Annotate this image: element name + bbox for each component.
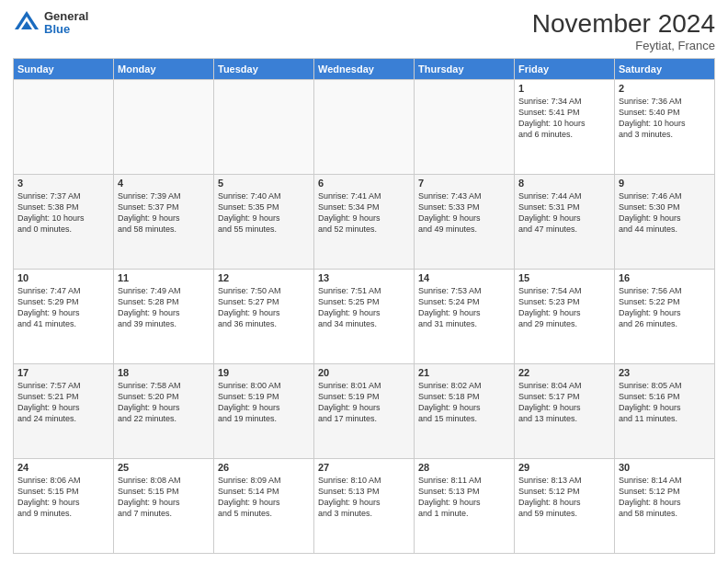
day-cell: 22Sunrise: 8:04 AM Sunset: 5:17 PM Dayli… xyxy=(515,364,615,459)
day-info: Sunrise: 8:10 AM Sunset: 5:13 PM Dayligh… xyxy=(318,475,410,520)
day-info: Sunrise: 8:13 AM Sunset: 5:12 PM Dayligh… xyxy=(518,475,610,520)
day-cell: 10Sunrise: 7:47 AM Sunset: 5:29 PM Dayli… xyxy=(14,270,114,364)
week-row-2: 10Sunrise: 7:47 AM Sunset: 5:29 PM Dayli… xyxy=(14,270,715,364)
day-number: 11 xyxy=(118,272,210,283)
day-number: 13 xyxy=(318,272,410,283)
day-info: Sunrise: 8:04 AM Sunset: 5:17 PM Dayligh… xyxy=(518,380,610,425)
day-number: 25 xyxy=(118,462,210,473)
location: Feytiat, France xyxy=(532,39,715,52)
day-number: 24 xyxy=(17,462,109,473)
logo-icon xyxy=(13,9,40,37)
col-header-monday: Monday xyxy=(114,59,214,80)
day-cell: 26Sunrise: 8:09 AM Sunset: 5:14 PM Dayli… xyxy=(214,459,314,554)
day-number: 3 xyxy=(17,178,109,189)
day-cell: 21Sunrise: 8:02 AM Sunset: 5:18 PM Dayli… xyxy=(415,364,515,459)
day-cell: 28Sunrise: 8:11 AM Sunset: 5:13 PM Dayli… xyxy=(415,459,515,554)
header-row: SundayMondayTuesdayWednesdayThursdayFrid… xyxy=(14,59,715,80)
day-cell xyxy=(214,80,314,175)
day-cell: 2Sunrise: 7:36 AM Sunset: 5:40 PM Daylig… xyxy=(615,80,715,175)
col-header-thursday: Thursday xyxy=(415,59,515,80)
col-header-sunday: Sunday xyxy=(14,59,114,80)
day-info: Sunrise: 8:00 AM Sunset: 5:19 PM Dayligh… xyxy=(218,380,310,425)
day-number: 20 xyxy=(318,367,410,378)
day-cell: 18Sunrise: 7:58 AM Sunset: 5:20 PM Dayli… xyxy=(114,364,214,459)
col-header-tuesday: Tuesday xyxy=(214,59,314,80)
day-number: 2 xyxy=(619,83,711,94)
day-info: Sunrise: 8:06 AM Sunset: 5:15 PM Dayligh… xyxy=(17,475,109,520)
day-number: 15 xyxy=(518,272,610,283)
day-info: Sunrise: 7:47 AM Sunset: 5:29 PM Dayligh… xyxy=(17,285,109,330)
day-cell: 29Sunrise: 8:13 AM Sunset: 5:12 PM Dayli… xyxy=(515,459,615,554)
day-cell: 15Sunrise: 7:54 AM Sunset: 5:23 PM Dayli… xyxy=(515,270,615,364)
day-info: Sunrise: 7:39 AM Sunset: 5:37 PM Dayligh… xyxy=(118,190,210,236)
day-number: 4 xyxy=(118,178,210,189)
day-number: 1 xyxy=(518,83,610,94)
day-info: Sunrise: 8:11 AM Sunset: 5:13 PM Dayligh… xyxy=(418,475,510,520)
week-row-0: 1Sunrise: 7:34 AM Sunset: 5:41 PM Daylig… xyxy=(14,80,715,175)
day-cell: 4Sunrise: 7:39 AM Sunset: 5:37 PM Daylig… xyxy=(114,175,214,270)
day-cell: 3Sunrise: 7:37 AM Sunset: 5:38 PM Daylig… xyxy=(14,175,114,270)
day-cell xyxy=(415,80,515,175)
day-cell: 24Sunrise: 8:06 AM Sunset: 5:15 PM Dayli… xyxy=(14,459,114,554)
day-cell: 20Sunrise: 8:01 AM Sunset: 5:19 PM Dayli… xyxy=(314,364,415,459)
logo-text: General Blue xyxy=(44,10,88,37)
day-info: Sunrise: 7:40 AM Sunset: 5:35 PM Dayligh… xyxy=(218,190,310,236)
day-info: Sunrise: 7:56 AM Sunset: 5:22 PM Dayligh… xyxy=(619,285,711,330)
day-info: Sunrise: 7:34 AM Sunset: 5:41 PM Dayligh… xyxy=(518,96,610,141)
logo: General Blue xyxy=(13,9,88,37)
calendar-table: SundayMondayTuesdayWednesdayThursdayFrid… xyxy=(13,58,715,554)
day-info: Sunrise: 7:44 AM Sunset: 5:31 PM Dayligh… xyxy=(518,190,610,236)
day-cell: 8Sunrise: 7:44 AM Sunset: 5:31 PM Daylig… xyxy=(515,175,615,270)
day-cell xyxy=(14,80,114,175)
day-cell: 5Sunrise: 7:40 AM Sunset: 5:35 PM Daylig… xyxy=(214,175,314,270)
day-info: Sunrise: 7:50 AM Sunset: 5:27 PM Dayligh… xyxy=(218,285,310,330)
day-cell: 7Sunrise: 7:43 AM Sunset: 5:33 PM Daylig… xyxy=(415,175,515,270)
page: General Blue November 2024 Feytiat, Fran… xyxy=(0,0,728,563)
day-cell: 17Sunrise: 7:57 AM Sunset: 5:21 PM Dayli… xyxy=(14,364,114,459)
day-number: 7 xyxy=(418,178,510,189)
day-number: 10 xyxy=(17,272,109,283)
day-info: Sunrise: 7:41 AM Sunset: 5:34 PM Dayligh… xyxy=(318,190,410,236)
day-cell: 9Sunrise: 7:46 AM Sunset: 5:30 PM Daylig… xyxy=(615,175,715,270)
day-number: 9 xyxy=(619,178,711,189)
day-info: Sunrise: 7:58 AM Sunset: 5:20 PM Dayligh… xyxy=(118,380,210,425)
day-number: 23 xyxy=(619,367,711,378)
day-cell: 30Sunrise: 8:14 AM Sunset: 5:12 PM Dayli… xyxy=(615,459,715,554)
day-cell: 6Sunrise: 7:41 AM Sunset: 5:34 PM Daylig… xyxy=(314,175,415,270)
day-number: 5 xyxy=(218,178,310,189)
day-info: Sunrise: 7:46 AM Sunset: 5:30 PM Dayligh… xyxy=(619,190,711,236)
day-cell: 27Sunrise: 8:10 AM Sunset: 5:13 PM Dayli… xyxy=(314,459,415,554)
day-info: Sunrise: 7:51 AM Sunset: 5:25 PM Dayligh… xyxy=(318,285,410,330)
day-cell: 19Sunrise: 8:00 AM Sunset: 5:19 PM Dayli… xyxy=(214,364,314,459)
col-header-wednesday: Wednesday xyxy=(314,59,415,80)
day-number: 18 xyxy=(118,367,210,378)
day-info: Sunrise: 8:02 AM Sunset: 5:18 PM Dayligh… xyxy=(418,380,510,425)
day-info: Sunrise: 8:09 AM Sunset: 5:14 PM Dayligh… xyxy=(218,475,310,520)
logo-blue-text: Blue xyxy=(44,23,88,36)
day-number: 12 xyxy=(218,272,310,283)
header: General Blue November 2024 Feytiat, Fran… xyxy=(13,9,715,52)
day-info: Sunrise: 7:49 AM Sunset: 5:28 PM Dayligh… xyxy=(118,285,210,330)
day-cell: 23Sunrise: 8:05 AM Sunset: 5:16 PM Dayli… xyxy=(615,364,715,459)
day-info: Sunrise: 7:57 AM Sunset: 5:21 PM Dayligh… xyxy=(17,380,109,425)
day-number: 19 xyxy=(218,367,310,378)
day-cell xyxy=(114,80,214,175)
day-info: Sunrise: 8:01 AM Sunset: 5:19 PM Dayligh… xyxy=(318,380,410,425)
day-info: Sunrise: 7:37 AM Sunset: 5:38 PM Dayligh… xyxy=(17,190,109,236)
day-cell: 12Sunrise: 7:50 AM Sunset: 5:27 PM Dayli… xyxy=(214,270,314,364)
day-cell: 25Sunrise: 8:08 AM Sunset: 5:15 PM Dayli… xyxy=(114,459,214,554)
day-number: 30 xyxy=(619,462,711,473)
day-number: 8 xyxy=(518,178,610,189)
day-number: 21 xyxy=(418,367,510,378)
day-number: 14 xyxy=(418,272,510,283)
day-number: 28 xyxy=(418,462,510,473)
day-number: 16 xyxy=(619,272,711,283)
logo-general-text: General xyxy=(44,10,88,23)
day-number: 29 xyxy=(518,462,610,473)
day-cell: 11Sunrise: 7:49 AM Sunset: 5:28 PM Dayli… xyxy=(114,270,214,364)
week-row-3: 17Sunrise: 7:57 AM Sunset: 5:21 PM Dayli… xyxy=(14,364,715,459)
col-header-friday: Friday xyxy=(515,59,615,80)
day-cell: 1Sunrise: 7:34 AM Sunset: 5:41 PM Daylig… xyxy=(515,80,615,175)
day-cell: 13Sunrise: 7:51 AM Sunset: 5:25 PM Dayli… xyxy=(314,270,415,364)
day-info: Sunrise: 7:54 AM Sunset: 5:23 PM Dayligh… xyxy=(518,285,610,330)
